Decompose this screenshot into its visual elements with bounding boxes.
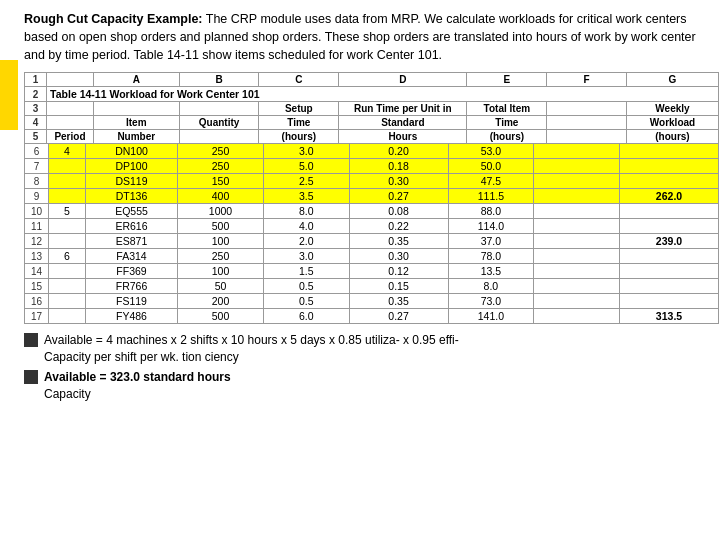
yellow-decoration: [0, 60, 18, 130]
h3-a: [47, 102, 94, 116]
table-row: 15 FR766 50 0.5 0.15 8.0: [25, 279, 719, 294]
cell-qty: 1000: [178, 204, 264, 219]
cell-weekly: 313.5: [620, 309, 719, 324]
cell-weekly: [620, 144, 719, 159]
rn2: 2: [25, 87, 47, 102]
col-a-letter: [47, 73, 94, 87]
header-row-5: 5 Period Number (hours) Hours (hours) (h…: [25, 130, 719, 144]
cell-qty: 200: [178, 294, 264, 309]
cell-period: [48, 219, 85, 234]
h3-e: Run Time per Unit in: [339, 102, 467, 116]
cell-period: [48, 159, 85, 174]
row-num: 16: [25, 294, 49, 309]
bullet-2: [24, 370, 38, 384]
cell-weekly: [620, 249, 719, 264]
cell-item: FR766: [85, 279, 177, 294]
h4-f: Time: [467, 116, 547, 130]
bullet-1: [24, 333, 38, 347]
col-e-letter: D: [339, 73, 467, 87]
cell-setup: 0.5: [263, 294, 349, 309]
cell-empty: [534, 144, 620, 159]
cell-item: EQ555: [85, 204, 177, 219]
header-row-3: 3 Setup Run Time per Unit in Total Item …: [25, 102, 719, 116]
cell-weekly: [620, 279, 719, 294]
rn4: 4: [25, 116, 47, 130]
cell-total: 111.5: [448, 189, 534, 204]
cell-item: FY486: [85, 309, 177, 324]
note-2-text: Available = 323.0 standard hours Capacit…: [44, 369, 231, 403]
title-row: 2 Table 14-11 Workload for Work Center 1…: [25, 87, 719, 102]
cell-setup: 0.5: [263, 279, 349, 294]
cell-total: 88.0: [448, 204, 534, 219]
cell-empty: [534, 249, 620, 264]
cell-weekly: [620, 294, 719, 309]
h5-c: [179, 130, 259, 144]
table-title: Table 14-11 Workload for Work Center 101: [47, 87, 719, 102]
rn1: 1: [25, 73, 47, 87]
cell-item: FS119: [85, 294, 177, 309]
cell-qty: 500: [178, 219, 264, 234]
table-row: 16 FS119 200 0.5 0.35 73.0: [25, 294, 719, 309]
cell-empty: [534, 174, 620, 189]
workload-table: 1 A B C D E F G 2 Table 14-11 Workload f…: [24, 72, 719, 144]
rn5: 5: [25, 130, 47, 144]
h5-e: Hours: [339, 130, 467, 144]
data-table: 6 4 DN100 250 3.0 0.20 53.0 7 DP100 250 …: [24, 143, 719, 324]
cell-run: 0.27: [349, 189, 448, 204]
row-num: 13: [25, 249, 49, 264]
h5-g: [547, 130, 627, 144]
bottom-notes: Available = 4 machines x 2 shifts x 10 h…: [24, 332, 706, 402]
row-num: 7: [25, 159, 49, 174]
table-wrapper: 1 A B C D E F G 2 Table 14-11 Workload f…: [24, 72, 706, 324]
cell-setup: 8.0: [263, 204, 349, 219]
row-num: 8: [25, 174, 49, 189]
table-row: 8 DS119 150 2.5 0.30 47.5: [25, 174, 719, 189]
cell-run: 0.18: [349, 159, 448, 174]
note-1-text: Available = 4 machines x 2 shifts x 10 h…: [44, 332, 459, 366]
cell-item: ES871: [85, 234, 177, 249]
h3-h: Weekly: [626, 102, 718, 116]
table-row: 11 ER616 500 4.0 0.22 114.0: [25, 219, 719, 234]
row-num: 6: [25, 144, 49, 159]
table-row: 17 FY486 500 6.0 0.27 141.0 313.5: [25, 309, 719, 324]
h5-h: (hours): [626, 130, 718, 144]
row-num: 14: [25, 264, 49, 279]
h5-b: Number: [93, 130, 179, 144]
cell-item: DS119: [85, 174, 177, 189]
cell-qty: 250: [178, 249, 264, 264]
table-row: 14 FF369 100 1.5 0.12 13.5: [25, 264, 719, 279]
h5-f: (hours): [467, 130, 547, 144]
h3-c: [179, 102, 259, 116]
cell-empty: [534, 294, 620, 309]
h3-d: Setup: [259, 102, 339, 116]
cell-period: [48, 309, 85, 324]
table-row: 13 6 FA314 250 3.0 0.30 78.0: [25, 249, 719, 264]
h4-a: [47, 116, 94, 130]
h4-c: Quantity: [179, 116, 259, 130]
page-container: Rough Cut Capacity Example: The CRP modu…: [0, 0, 720, 540]
intro-title: Rough Cut Capacity Example:: [24, 12, 203, 26]
cell-period: [48, 189, 85, 204]
cell-run: 0.30: [349, 249, 448, 264]
cell-total: 73.0: [448, 294, 534, 309]
intro-paragraph: Rough Cut Capacity Example: The CRP modu…: [24, 10, 706, 64]
cell-empty: [534, 279, 620, 294]
cell-empty: [534, 189, 620, 204]
cell-period: 4: [48, 144, 85, 159]
cell-empty: [534, 159, 620, 174]
rn3: 3: [25, 102, 47, 116]
cell-period: [48, 294, 85, 309]
cell-setup: 4.0: [263, 219, 349, 234]
h4-h: Workload: [626, 116, 718, 130]
cell-qty: 400: [178, 189, 264, 204]
cell-setup: 3.0: [263, 144, 349, 159]
cell-weekly: [620, 204, 719, 219]
cell-period: [48, 174, 85, 189]
cell-qty: 150: [178, 174, 264, 189]
note-2-line1: Available = 323.0 standard hours: [44, 370, 231, 384]
h3-b: [93, 102, 179, 116]
cell-qty: 500: [178, 309, 264, 324]
cell-total: 114.0: [448, 219, 534, 234]
row-num: 12: [25, 234, 49, 249]
cell-weekly: 239.0: [620, 234, 719, 249]
